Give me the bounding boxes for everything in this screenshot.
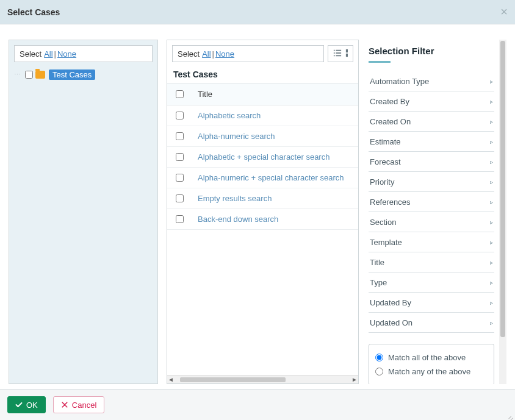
filter-row[interactable]: Priority▹	[369, 172, 494, 192]
grid-view-icon[interactable]	[345, 49, 348, 59]
match-any-option[interactable]: Match any of the above	[375, 365, 488, 379]
row-title-cell: Alpha-numeric + special character search	[192, 168, 358, 188]
table-row: Empty results search	[167, 188, 358, 209]
folder-icon	[35, 71, 45, 79]
cancel-button[interactable]: Cancel	[53, 396, 104, 413]
filter-row[interactable]: Section▹	[369, 212, 494, 232]
tree-branch-icon: ⋯	[14, 71, 21, 79]
table-row: Alphabetic search	[167, 105, 358, 126]
scroll-left-icon[interactable]: ◄	[167, 376, 175, 383]
resize-grip-icon[interactable]	[506, 411, 513, 418]
row-checkbox[interactable]	[176, 174, 184, 182]
scroll-thumb[interactable]	[180, 377, 286, 382]
cases-select-all-link[interactable]: All	[202, 49, 211, 59]
chevron-right-icon: ▹	[490, 259, 493, 266]
filter-label: Updated On	[370, 318, 412, 327]
filter-row[interactable]: Automation Type▹	[369, 71, 494, 91]
filter-label: References	[370, 198, 410, 207]
ok-label: OK	[26, 400, 38, 410]
dialog-body: Select All | None ⋯ Test Cases Select Al…	[0, 24, 515, 389]
filter-row[interactable]: Forecast▹	[369, 152, 494, 172]
tree-item-checkbox[interactable]	[25, 71, 33, 79]
row-checkbox[interactable]	[176, 215, 184, 223]
row-checkbox[interactable]	[176, 132, 184, 140]
separator: |	[54, 49, 56, 59]
filter-panel: Selection Filter Automation Type▹Created…	[367, 40, 506, 384]
filter-row[interactable]: Updated On▹	[369, 313, 494, 333]
ok-button[interactable]: OK	[7, 396, 46, 413]
filter-label: Estimate	[370, 137, 401, 146]
cases-heading: Test Cases	[167, 62, 358, 83]
svg-rect-5	[336, 55, 341, 56]
cancel-label: Cancel	[72, 400, 96, 410]
row-checkbox-cell	[167, 168, 192, 188]
cases-panel: Select All | None Test Cases	[167, 40, 359, 384]
table-row: Alpha-numeric + special character search	[167, 168, 358, 188]
tree-select-all-link[interactable]: All	[44, 49, 52, 59]
svg-rect-6	[346, 49, 348, 52]
match-any-radio[interactable]	[375, 368, 383, 376]
scroll-right-icon[interactable]: ►	[351, 376, 358, 383]
tree-item-test-cases[interactable]: ⋯ Test Cases	[14, 68, 153, 81]
list-view-icon[interactable]	[333, 49, 342, 59]
cases-table: Title Alphabetic searchAlpha-numeric sea…	[167, 83, 358, 230]
chevron-right-icon: ▹	[490, 179, 493, 185]
filter-label: Priority	[370, 177, 394, 187]
tree-select-none-link[interactable]: None	[57, 49, 76, 59]
row-title-cell: Back-end down search	[192, 209, 358, 230]
case-link[interactable]: Empty results search	[198, 194, 272, 203]
select-label: Select	[178, 49, 200, 59]
chevron-right-icon: ▹	[490, 219, 493, 226]
match-all-option[interactable]: Match all of the above	[375, 351, 488, 365]
row-title-cell: Alphabetic + special character search	[192, 147, 358, 168]
filter-label: Section	[370, 218, 396, 227]
check-icon	[15, 401, 23, 408]
match-any-label: Match any of the above	[388, 367, 470, 376]
cases-select-none-link[interactable]: None	[215, 49, 234, 59]
filter-label: Created By	[370, 97, 409, 106]
chevron-right-icon: ▹	[490, 299, 493, 306]
dialog-footer: OK Cancel	[0, 389, 515, 420]
scroll-thumb[interactable]	[500, 41, 505, 337]
column-title[interactable]: Title	[192, 84, 358, 105]
select-label: Select	[20, 49, 41, 59]
filter-row[interactable]: Updated By▹	[369, 293, 494, 313]
filter-title: Selection Filter	[369, 43, 494, 61]
horizontal-scrollbar[interactable]: ◄ ►	[167, 375, 358, 383]
case-link[interactable]: Alphabetic search	[198, 111, 261, 120]
case-link[interactable]: Alpha-numeric + special character search	[198, 173, 344, 182]
filter-label: Type	[370, 278, 387, 287]
svg-rect-3	[336, 49, 341, 51]
filter-row[interactable]: Created By▹	[369, 91, 494, 112]
tree-body: ⋯ Test Cases	[9, 67, 157, 82]
filter-title-underline	[369, 61, 391, 63]
case-link[interactable]: Alphabetic + special character search	[198, 152, 330, 162]
svg-rect-4	[336, 52, 341, 54]
row-checkbox[interactable]	[176, 112, 184, 119]
case-link[interactable]: Alpha-numeric search	[198, 132, 275, 141]
select-all-checkbox[interactable]	[176, 90, 184, 98]
match-all-label: Match all of the above	[388, 353, 466, 362]
filter-row[interactable]: Created On▹	[369, 112, 494, 132]
row-title-cell: Alphabetic search	[192, 105, 358, 126]
vertical-scrollbar[interactable]	[499, 40, 506, 384]
row-checkbox[interactable]	[176, 194, 184, 202]
filter-row[interactable]: Type▹	[369, 272, 494, 293]
filter-label: Forecast	[370, 157, 401, 166]
match-all-radio[interactable]	[375, 354, 383, 361]
chevron-right-icon: ▹	[490, 279, 493, 286]
filter-row[interactable]: References▹	[369, 192, 494, 212]
row-checkbox[interactable]	[176, 153, 184, 161]
case-link[interactable]: Back-end down search	[198, 215, 278, 224]
row-title-cell: Empty results search	[192, 188, 358, 209]
tree-panel: Select All | None ⋯ Test Cases	[9, 40, 158, 384]
table-header-row: Title	[167, 84, 358, 105]
dialog-title: Select Cases	[7, 7, 60, 17]
filter-row[interactable]: Template▹	[369, 232, 494, 252]
filter-row[interactable]: Estimate▹	[369, 132, 494, 152]
close-icon[interactable]: ×	[500, 5, 508, 19]
filter-row[interactable]: Title▹	[369, 252, 494, 272]
filter-label: Template	[370, 238, 402, 247]
scroll-track[interactable]	[175, 377, 351, 383]
chevron-right-icon: ▹	[490, 78, 493, 85]
